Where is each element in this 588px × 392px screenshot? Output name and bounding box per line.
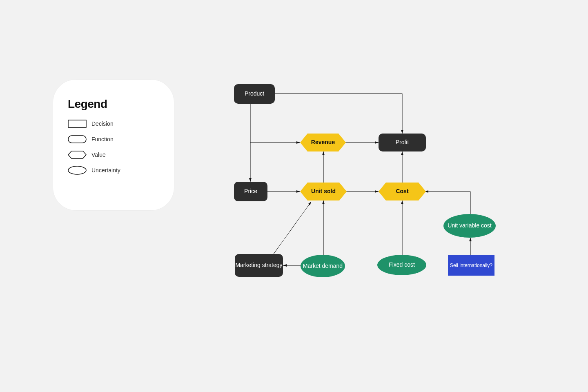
legend-title: Legend	[68, 98, 159, 111]
legend-item-function: Function	[68, 134, 159, 144]
diagram-canvas: Legend Decision Function Value Uncertain…	[0, 0, 588, 392]
legend-item-decision: Decision	[68, 119, 159, 129]
legend-item-value: Value	[68, 150, 159, 160]
svg-rect-1	[68, 136, 86, 143]
node-cost: Cost	[379, 183, 426, 200]
rectangle-icon	[68, 119, 87, 129]
legend-label: Value	[91, 151, 106, 158]
legend-label: Uncertainty	[91, 167, 120, 174]
svg-marker-2	[68, 151, 86, 158]
node-profit: Profit	[379, 134, 426, 151]
legend-item-uncertainty: Uncertainty	[68, 165, 159, 175]
legend-label: Function	[91, 136, 114, 143]
node-revenue: Revenue	[300, 134, 346, 151]
legend-panel: Legend Decision Function Value Uncertain…	[53, 80, 174, 210]
svg-rect-0	[68, 120, 86, 127]
node-product: Product	[234, 84, 275, 104]
node-price: Price	[234, 182, 267, 201]
ellipse-icon	[68, 165, 87, 175]
svg-point-3	[68, 166, 86, 174]
node-marketing-strategy: Marketing strategy	[235, 254, 283, 277]
node-unit-variable-cost: Unit variable cost	[443, 214, 496, 238]
node-fixed-cost: Fixed cost	[377, 255, 426, 275]
node-sell-internationally: Sell internationally?	[448, 255, 494, 276]
hexagon-icon	[68, 150, 87, 160]
node-unit-sold: Unit sold	[300, 183, 347, 200]
rounded-rectangle-icon	[68, 134, 87, 144]
node-market-demand: Market demand	[301, 255, 345, 277]
legend-label: Decision	[91, 120, 114, 127]
